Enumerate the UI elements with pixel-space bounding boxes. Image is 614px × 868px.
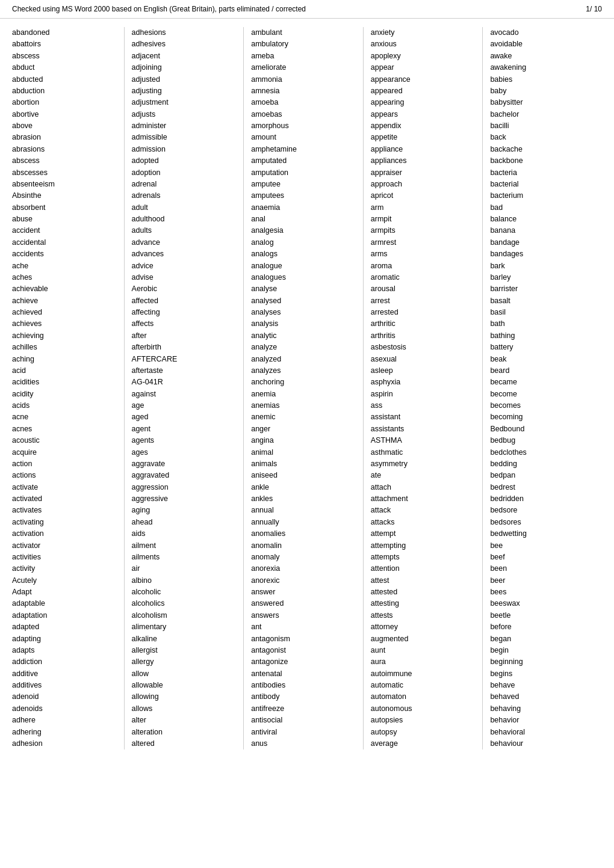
list-item: action [12,458,117,470]
list-item: barrister [490,283,595,295]
list-item: analogues [251,272,356,283]
list-item: adenoids [12,703,117,715]
list-item: agent [132,423,237,435]
list-item: become [490,389,595,400]
list-item: advance [132,237,237,248]
list-item: basil [490,307,595,318]
list-item: after [132,330,237,342]
list-item: analyse [251,283,356,295]
list-item: aspirin [371,389,476,400]
list-item: aching [12,354,117,365]
list-item: antenatal [251,668,356,680]
list-item: attack [371,505,476,516]
list-item: accidents [12,248,117,260]
list-item: ate [371,470,476,481]
list-item: ailments [132,552,237,563]
list-item: anomalies [251,528,356,540]
list-item: automaton [371,691,476,703]
list-item: asexual [371,354,476,365]
list-item: behavior [490,715,595,726]
list-item: aunt [371,645,476,656]
list-item: ache [12,260,117,272]
list-item: antibodies [251,680,356,691]
list-item: backbone [490,155,595,167]
list-item: anxious [371,38,476,50]
list-item: bedpan [490,470,595,481]
list-item: asthmatic [371,447,476,458]
list-item: amoebas [251,109,356,120]
list-item: attach [371,482,476,493]
list-item: air [132,563,237,574]
list-item: basalt [490,295,595,307]
list-item: begins [490,668,595,680]
list-item: amputees [251,190,356,202]
list-item: barley [490,272,595,283]
list-item: adenoid [12,691,117,703]
list-item: allowable [132,680,237,691]
list-item: acids [12,400,117,411]
word-column-1: adhesionsadhesivesadjacentadjoiningadjus… [124,27,244,749]
list-item: appliance [371,144,476,155]
list-item: adjacent [132,51,237,62]
list-item: bad [490,202,595,214]
page-header: Checked using MS Word 2000 based on Engl… [0,0,614,19]
list-item: appear [371,62,476,73]
list-item: augmented [371,633,476,645]
list-item: ages [132,447,237,458]
list-item: anemia [251,389,356,400]
list-item: analyzed [251,354,356,365]
list-item: administer [132,120,237,132]
list-item: anchoring [251,377,356,388]
list-item: autopsy [371,727,476,738]
list-item: ASTHMA [371,435,476,446]
list-item: bath [490,318,595,330]
list-item: bees [490,586,595,598]
list-item: alcoholics [132,598,237,609]
list-item: alcoholism [132,610,237,621]
list-item: armpits [371,225,476,236]
list-item: attests [371,610,476,621]
list-item: alteration [132,727,237,738]
list-item: attesting [371,598,476,609]
list-item: appetite [371,132,476,143]
list-item: appeared [371,85,476,97]
list-item: allergist [132,645,237,656]
list-item: accidental [12,237,117,248]
list-item: analyzes [251,365,356,377]
list-item: bacterial [490,179,595,190]
list-item: answered [251,598,356,609]
list-item: anal [251,214,356,225]
list-item: ameliorate [251,62,356,73]
list-item: antibody [251,691,356,703]
list-item: behaved [490,691,595,703]
list-item: absorbent [12,202,117,214]
list-item: activation [12,528,117,540]
list-item: began [490,633,595,645]
list-item: acne [12,411,117,423]
list-item: avocado [490,27,595,38]
list-item: allowing [132,691,237,703]
list-item: attest [371,575,476,586]
list-item: answers [251,610,356,621]
list-item: analysed [251,295,356,307]
list-item: beer [490,575,595,586]
list-item: above [12,120,117,132]
list-item: bacilli [490,120,595,132]
list-item: antisocial [251,715,356,726]
list-item: assistants [371,423,476,435]
list-item: antagonist [251,645,356,656]
list-item: anomaly [251,552,356,563]
list-item: behaviour [490,738,595,749]
list-item: abducted [12,74,117,85]
list-item: amputated [251,155,356,167]
list-item: Aerobic [132,283,237,295]
list-item: bandages [490,248,595,260]
list-item: behaving [490,703,595,715]
list-item: aggression [132,482,237,493]
list-item: antagonize [251,656,356,668]
list-item: apricot [371,190,476,202]
list-item: adhering [12,727,117,738]
list-item: adult [132,202,237,214]
list-item: alcoholic [132,586,237,598]
word-column-2: ambulantambulatoryamebaameliorateammonia… [243,27,363,749]
